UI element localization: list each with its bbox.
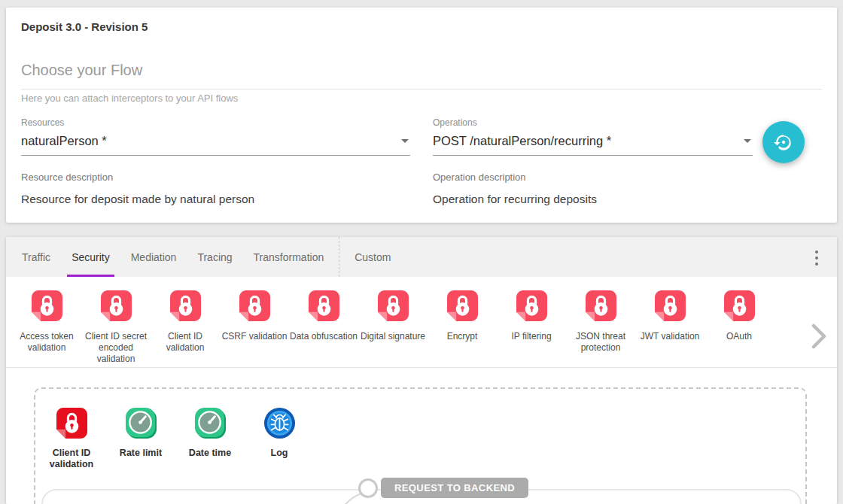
palette-item-csrf-validation[interactable]: CSRF validation: [220, 277, 289, 367]
flow-item-rate-limit[interactable]: Rate limit: [106, 407, 175, 470]
palette-item-digital-signature[interactable]: Digital signature: [358, 277, 428, 367]
flow-chooser-card: Deposit 3.0 - Revision 5 Choose your Flo…: [6, 8, 837, 223]
palette-item-label: Data obfuscation: [290, 331, 358, 342]
gauge-icon: [194, 407, 227, 439]
lock-badge-icon: [654, 290, 686, 322]
tab-tracing[interactable]: Tracing: [187, 237, 242, 277]
palette-item-access-token-validation[interactable]: Access token validation: [12, 277, 81, 367]
lock-badge-icon: [31, 290, 63, 322]
palette-item-client-id-validation[interactable]: Client ID validation: [151, 277, 220, 367]
chevron-right-icon: [811, 323, 826, 349]
description-row: Resource description Resource for deposi…: [21, 172, 822, 206]
resource-description-label: Resource description: [21, 172, 410, 183]
interceptor-tabbar: Traffic Security Mediation Tracing Trans…: [6, 237, 837, 277]
bug-icon: [263, 407, 296, 439]
flow-item-label: Log: [271, 448, 288, 459]
kebab-dot: [815, 250, 818, 254]
resources-select-value: naturalPerson *: [21, 134, 107, 147]
kebab-dot: [815, 257, 818, 260]
flow-item-date-time[interactable]: Date time: [175, 407, 245, 470]
lock-badge-icon: [516, 290, 548, 322]
operations-select[interactable]: POST /naturalPerson/recurring *: [433, 134, 753, 156]
flow-item-log[interactable]: Log: [245, 407, 314, 470]
lock-badge-icon: [239, 290, 271, 322]
operation-description-label: Operation description: [433, 172, 753, 183]
interceptor-palette: Access token validation Client ID secret…: [6, 277, 837, 368]
request-to-backend-badge: REQUEST TO BACKEND: [381, 478, 528, 498]
flow-item-label: Client ID validation: [37, 448, 106, 470]
gauge-icon: [125, 407, 157, 439]
history-restore-icon: [774, 132, 793, 152]
resources-select[interactable]: naturalPerson *: [21, 134, 410, 156]
kebab-dot: [815, 263, 818, 266]
lock-badge-icon: [585, 290, 617, 322]
lock-badge-icon: [723, 290, 756, 322]
palette-scroll-next-button[interactable]: [811, 323, 826, 352]
tab-divider: [339, 237, 339, 277]
palette-item-label: JWT validation: [641, 331, 699, 342]
chevron-down-icon[interactable]: [401, 139, 409, 143]
lock-badge-icon: [377, 290, 409, 322]
palette-item-oauth[interactable]: OAuth: [705, 277, 774, 367]
resources-label: Resources: [21, 117, 410, 128]
operations-select-value: POST /naturalPerson/recurring *: [433, 134, 611, 147]
chevron-down-icon[interactable]: [744, 139, 751, 143]
palette-item-jwt-validation[interactable]: JWT validation: [635, 277, 705, 367]
resource-description-value: Resource for deposit made by natural per…: [21, 193, 410, 206]
flow-item-client-id-validation[interactable]: Client ID validation: [37, 407, 106, 470]
palette-item-encrypt[interactable]: Encrypt: [428, 277, 497, 367]
flow-section-title: Choose your Flow: [21, 62, 822, 90]
palette-item-label: Access token validation: [12, 331, 81, 354]
palette-item-label: IP filtering: [511, 331, 551, 342]
palette-item-label: OAuth: [726, 331, 752, 342]
flow-select-row: Resources naturalPerson * Operations POS…: [21, 117, 822, 156]
operation-description-value: Operation for recurring deposits: [433, 193, 753, 206]
palette-item-data-obfuscation[interactable]: Data obfuscation: [289, 277, 358, 367]
tab-traffic[interactable]: Traffic: [11, 237, 61, 277]
palette-item-ip-filtering[interactable]: IP filtering: [497, 277, 566, 367]
history-restore-button[interactable]: [762, 121, 805, 163]
palette-item-label: Client ID validation: [151, 331, 220, 354]
palette-item-label: Client ID secret encoded validation: [81, 331, 151, 365]
flow-section-subtitle: Here you can attach interceptors to your…: [21, 93, 238, 104]
tab-transformation[interactable]: Transformation: [243, 237, 335, 277]
flow-item-label: Date time: [189, 448, 231, 459]
palette-item-label: Digital signature: [361, 331, 425, 342]
operations-label: Operations: [433, 117, 753, 128]
lock-badge-icon: [100, 290, 132, 322]
tab-custom[interactable]: Custom: [344, 237, 401, 277]
flow-node-connector[interactable]: [358, 478, 378, 498]
tab-security[interactable]: Security: [61, 237, 120, 277]
lock-badge-icon: [169, 290, 202, 322]
flow-item-label: Rate limit: [120, 448, 162, 459]
palette-item-json-threat-protection[interactable]: JSON threat protection: [566, 277, 635, 367]
lock-badge-icon: [446, 290, 479, 322]
palette-item-label: JSON threat protection: [566, 331, 635, 354]
interceptors-panel-card: Traffic Security Mediation Tracing Trans…: [6, 237, 837, 504]
flow-canvas: Client ID validation Rate limit Date tim…: [6, 368, 837, 504]
attached-interceptors: Client ID validation Rate limit Date tim…: [37, 407, 314, 470]
more-options-button[interactable]: [813, 248, 820, 268]
palette-item-client-id-secret-encoded-validation[interactable]: Client ID secret encoded validation: [81, 277, 151, 367]
lock-badge-icon: [308, 290, 340, 322]
palette-item-label: CSRF validation: [222, 331, 288, 342]
api-title: Deposit 3.0 - Revision 5: [21, 20, 148, 33]
lock-badge-icon: [56, 407, 88, 439]
tab-mediation[interactable]: Mediation: [120, 237, 187, 277]
palette-item-label: Encrypt: [447, 331, 478, 342]
